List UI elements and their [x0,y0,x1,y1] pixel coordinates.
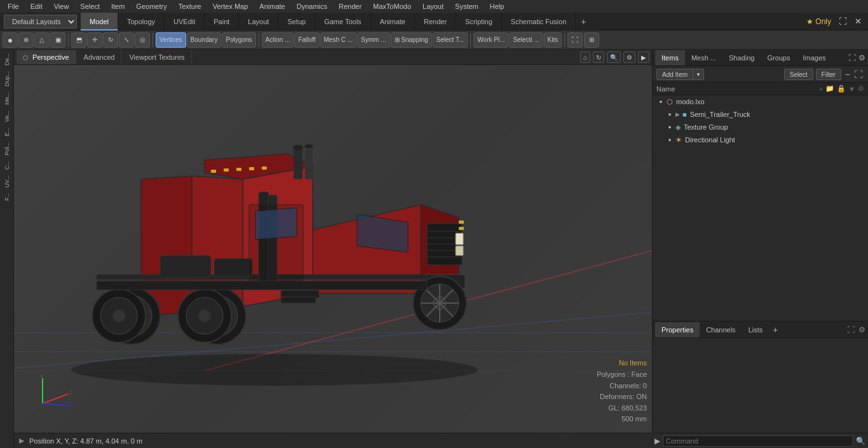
star-only-button[interactable]: ★ Only [804,17,834,26]
items-select-btn[interactable]: Select [784,69,813,80]
layout-expand-icon[interactable]: ⛶ [836,17,850,26]
tab-schematic[interactable]: Schematic Fusion [502,13,576,31]
items-settings2-icon[interactable]: ▼ [848,85,855,93]
add-item-arrow-btn[interactable]: ▼ [693,69,704,80]
vp-rotate-btn[interactable]: ↻ [593,51,604,63]
prop-tab-channels[interactable]: Channels [700,322,742,337]
position-arrow[interactable]: ▶ [19,437,24,445]
items-lock-icon[interactable]: 🔒 [837,85,846,93]
command-arrow[interactable]: ▶ [654,437,660,445]
tab-paint[interactable]: Paint [205,13,239,31]
universal-tool-btn[interactable]: ◎ [135,32,150,48]
tab-topology[interactable]: Topology [118,13,165,31]
prop-settings-icon[interactable]: ⚙ [858,325,865,334]
items-filter-btn[interactable]: Filter [816,69,841,80]
eye-light[interactable]: ● [665,135,674,144]
scale-tool-btn[interactable]: ⤡ [119,32,134,48]
tree-item-texture-group[interactable]: ● ◈ Texture Group [653,121,868,133]
tab-images[interactable]: Images [796,50,832,65]
prop-tab-plus[interactable]: + [769,325,782,335]
mode-select-btn[interactable]: ● [3,32,18,48]
symm-btn[interactable]: Symm ... [357,32,390,48]
items-folder-icon[interactable]: 📁 [825,85,834,93]
select-t-btn[interactable]: Select T... [433,32,468,48]
sidebar-item-f[interactable]: F... [3,191,11,203]
vp-tab-advanced[interactable]: Advanced [78,50,122,64]
snapping-btn[interactable]: ⊞ Snapping [391,32,432,48]
menu-texture[interactable]: Texture [173,0,207,13]
sidebar-item-pol[interactable]: Pol... [3,140,11,158]
sidebar-item-uv[interactable]: UV... [3,173,11,190]
vp-settings-btn[interactable]: ⚙ [623,51,635,63]
eye-root[interactable]: ● [656,97,665,106]
vp-tab-textures[interactable]: Viewport Textures [123,50,191,64]
action-btn[interactable]: Action ... [262,32,294,48]
maximize-viewport-btn[interactable]: ⛶ [567,32,583,48]
items-grid-icon[interactable]: ⚙ [858,85,864,93]
panel-expand-icon[interactable]: ⛶ [848,53,856,62]
selecti-btn[interactable]: Selecti ... [509,32,543,48]
tab-animate[interactable]: Animate [371,13,415,31]
menu-geometry[interactable]: Geometry [131,0,172,13]
prop-tab-properties[interactable]: Properties [655,322,700,337]
tab-model[interactable]: Model [81,13,118,31]
items-expand-btn[interactable]: ⛶ [853,69,864,79]
polygons-btn[interactable]: Polygons [222,32,255,48]
menu-help[interactable]: Help [485,0,510,13]
tab-groups[interactable]: Groups [761,50,796,65]
tree-item-root[interactable]: ● ⬡ modo.lxo [653,95,868,108]
prop-tab-lists[interactable]: Lists [742,322,770,337]
sidebar-item-ve[interactable]: Ve... [3,108,11,125]
menu-vertex-map[interactable]: Vertex Map [208,0,254,13]
menu-item[interactable]: Item [106,0,130,13]
kits-btn[interactable]: Kits [544,32,562,48]
rotate-tool-btn[interactable]: ↻ [103,32,118,48]
falloff-btn[interactable]: Falloff [294,32,319,48]
vertices-btn[interactable]: Vertices [156,32,186,48]
menu-dynamics[interactable]: Dynamics [292,0,332,13]
panel-settings-icon[interactable]: ⚙ [858,53,865,62]
menu-system[interactable]: System [450,0,484,13]
mode-quad-btn[interactable]: ▣ [50,32,65,48]
mode-tri-btn[interactable]: △ [34,32,50,48]
sidebar-item-me[interactable]: Me... [3,90,11,107]
select-tool-btn[interactable]: ⬒ [71,32,86,48]
tab-gametools[interactable]: Game Tools [315,13,371,31]
tree-item-truck[interactable]: ● ▶ ■ Semi_Trailer_Truck [653,108,868,121]
tab-setup[interactable]: Setup [278,13,315,31]
sidebar-item-c[interactable]: C... [3,158,11,172]
eye-texture[interactable]: ● [665,123,674,132]
layout-tab-add[interactable]: + [576,13,591,31]
vp-home-btn[interactable]: ⌂ [580,51,590,63]
menu-maxtomodo[interactable]: MaxToModo [368,0,416,13]
menu-animate[interactable]: Animate [254,0,290,13]
menu-view[interactable]: View [49,0,74,13]
menu-layout[interactable]: Layout [417,0,449,13]
tab-shading[interactable]: Shading [722,50,761,65]
tab-items[interactable]: Items [655,50,685,65]
viewport[interactable]: Perspective Advanced Viewport Textures ⌂… [14,50,652,448]
add-item-btn[interactable]: Add Item [656,69,693,80]
eye-truck[interactable]: ● [665,110,674,119]
layout-close-icon[interactable]: ✕ [852,17,864,26]
vp-zoom-btn[interactable]: 🔍 [607,51,621,63]
vp-tab-perspective[interactable]: Perspective [17,50,76,64]
tab-uvedit[interactable]: UVEdit [165,13,205,31]
tab-render[interactable]: Render [415,13,456,31]
menu-edit[interactable]: Edit [25,0,48,13]
layout-selector[interactable]: Default Layouts [4,15,77,29]
vp-arrow-btn[interactable]: ▶ [638,51,649,63]
tab-layout[interactable]: Layout [239,13,278,31]
boundary-btn[interactable]: Boundary [187,32,222,48]
sidebar-item-de[interactable]: De... [3,51,11,68]
items-list[interactable]: ● ⬡ modo.lxo ● ▶ ■ Semi_Trailer_Truck ● … [653,95,868,321]
sidebar-item-dup[interactable]: Dup... [3,69,11,89]
tree-item-light[interactable]: ● ☀ Directional Light [653,133,868,146]
mesh-c-btn[interactable]: Mesh C ... [320,32,357,48]
items-minus-btn[interactable]: − [844,69,851,79]
prop-expand-icon[interactable]: ⛶ [847,325,855,334]
menu-select[interactable]: Select [75,0,105,13]
sidebar-item-e[interactable]: E... [3,125,11,139]
menu-render[interactable]: Render [334,0,367,13]
grid-toggle-btn[interactable]: ⊞ [584,32,599,48]
